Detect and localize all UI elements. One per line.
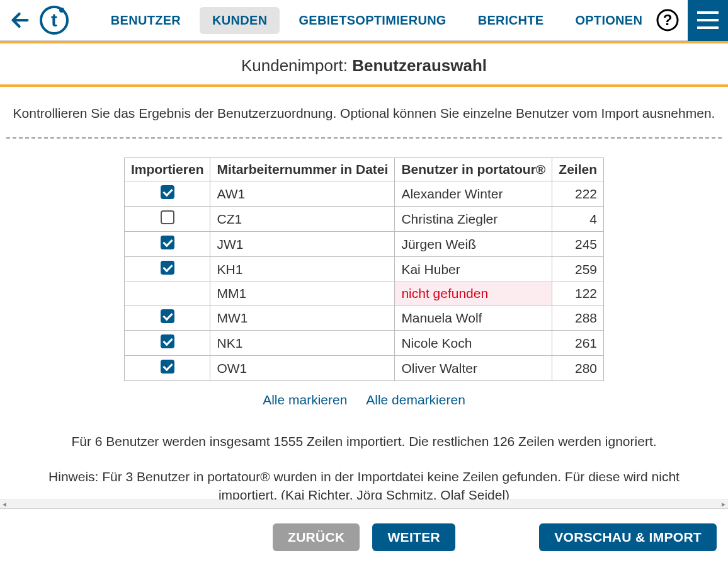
instruction-text: Kontrollieren Sie das Ergebnis der Benut… <box>0 106 728 121</box>
subheader-title: Benutzerauswahl <box>352 56 487 75</box>
cell-employee-id: CZ1 <box>210 207 395 232</box>
nav-item-territory[interactable]: GEBIETSOPTIMIERUNG <box>286 7 458 34</box>
top-bar: t BENUTZER KUNDEN GEBIETSOPTIMIERUNG BER… <box>0 0 728 41</box>
cell-employee-id: JW1 <box>210 232 395 257</box>
cell-employee-id: OW1 <box>210 356 395 381</box>
svg-text:t: t <box>51 9 57 30</box>
cell-import-checkbox <box>124 232 210 257</box>
back-arrow-button[interactable] <box>5 9 35 31</box>
nav-item-reports[interactable]: BERICHTE <box>465 7 557 34</box>
cell-row-count: 280 <box>552 356 604 381</box>
cell-row-count: 222 <box>552 181 604 207</box>
import-hint-text: Hinweis: Für 3 Benutzer in portatour® wu… <box>24 468 704 504</box>
preview-import-button[interactable]: VORSCHAU & IMPORT <box>539 523 717 551</box>
import-summary-text: Für 6 Benutzer werden insgesamt 1555 Zei… <box>24 433 704 450</box>
svg-point-2 <box>59 8 64 13</box>
cell-employee-id: MM1 <box>210 282 395 305</box>
cell-row-count: 288 <box>552 305 604 331</box>
import-checkbox[interactable] <box>161 210 174 224</box>
cell-user: Alexander Winter <box>395 181 552 207</box>
import-checkbox[interactable] <box>161 309 174 323</box>
bulk-action-links: Alle markieren Alle demarkieren <box>0 392 728 408</box>
deselect-all-link[interactable]: Alle demarkieren <box>366 392 465 407</box>
cell-row-count: 4 <box>552 207 604 232</box>
divider <box>6 137 722 139</box>
import-checkbox[interactable] <box>161 185 174 199</box>
main-nav: BENUTZER KUNDEN GEBIETSOPTIMIERUNG BERIC… <box>98 7 655 34</box>
back-button[interactable]: ZURÜCK <box>273 523 360 551</box>
table-row: MM1nicht gefunden122 <box>124 282 603 305</box>
chevron-left-icon[interactable]: ◄ <box>0 500 9 508</box>
table-row: OW1Oliver Walter280 <box>124 356 603 381</box>
cell-import-checkbox <box>124 282 210 305</box>
table-row: KH1Kai Huber259 <box>124 257 603 282</box>
app-logo: t <box>35 5 73 35</box>
table-row: AW1Alexander Winter222 <box>124 181 603 207</box>
cell-user: Oliver Walter <box>395 356 552 381</box>
col-header-import: Importieren <box>124 158 210 181</box>
col-header-rows: Zeilen <box>552 158 604 181</box>
cell-user: nicht gefunden <box>395 282 552 305</box>
cell-employee-id: KH1 <box>210 257 395 282</box>
select-all-link[interactable]: Alle markieren <box>263 392 347 407</box>
cell-user: Jürgen Weiß <box>395 232 552 257</box>
next-button[interactable]: WEITER <box>373 523 455 551</box>
import-checkbox[interactable] <box>161 334 174 348</box>
cell-employee-id: NK1 <box>210 331 395 356</box>
chevron-right-icon[interactable]: ► <box>719 500 728 508</box>
svg-text:?: ? <box>663 11 673 28</box>
import-checkbox[interactable] <box>161 236 174 249</box>
hamburger-menu-button[interactable] <box>688 0 728 41</box>
nav-item-options[interactable]: OPTIONEN <box>562 7 655 34</box>
footer-bar: ZURÜCK WEITER VORSCHAU & IMPORT <box>0 508 728 565</box>
nav-item-customers[interactable]: KUNDEN <box>200 7 280 34</box>
import-checkbox[interactable] <box>161 360 174 374</box>
table-row: CZ1Christina Ziegler4 <box>124 207 603 232</box>
cell-user: Nicole Koch <box>395 331 552 356</box>
cell-row-count: 259 <box>552 257 604 282</box>
cell-import-checkbox <box>124 331 210 356</box>
cell-row-count: 261 <box>552 331 604 356</box>
page-subheader: Kundenimport: Benutzerauswahl <box>0 41 728 87</box>
cell-row-count: 122 <box>552 282 604 305</box>
col-header-user: Benutzer in portatour® <box>395 158 552 181</box>
horizontal-scrollbar[interactable]: ◄ ► <box>0 499 728 508</box>
cell-employee-id: AW1 <box>210 181 395 207</box>
cell-row-count: 245 <box>552 232 604 257</box>
help-button[interactable]: ? <box>655 8 680 33</box>
cell-user: Manuela Wolf <box>395 305 552 331</box>
content-scroll-area[interactable]: Kontrollieren Sie das Ergebnis der Benut… <box>0 87 728 506</box>
cell-user: Kai Huber <box>395 257 552 282</box>
cell-import-checkbox <box>124 356 210 381</box>
table-row: JW1Jürgen Weiß245 <box>124 232 603 257</box>
cell-import-checkbox <box>124 181 210 207</box>
user-assignment-table: Importieren Mitarbeiternummer in Datei B… <box>124 157 604 381</box>
import-checkbox[interactable] <box>161 261 174 275</box>
cell-employee-id: MW1 <box>210 305 395 331</box>
nav-item-users[interactable]: BENUTZER <box>98 7 193 34</box>
cell-import-checkbox <box>124 257 210 282</box>
cell-import-checkbox <box>124 305 210 331</box>
svg-rect-6 <box>697 11 719 14</box>
table-row: NK1Nicole Koch261 <box>124 331 603 356</box>
svg-rect-8 <box>697 26 719 29</box>
cell-user: Christina Ziegler <box>395 207 552 232</box>
svg-rect-7 <box>697 19 719 21</box>
col-header-employee-id: Mitarbeiternummer in Datei <box>210 158 395 181</box>
cell-import-checkbox <box>124 207 210 232</box>
subheader-prefix: Kundenimport: <box>241 56 352 75</box>
table-row: MW1Manuela Wolf288 <box>124 305 603 331</box>
